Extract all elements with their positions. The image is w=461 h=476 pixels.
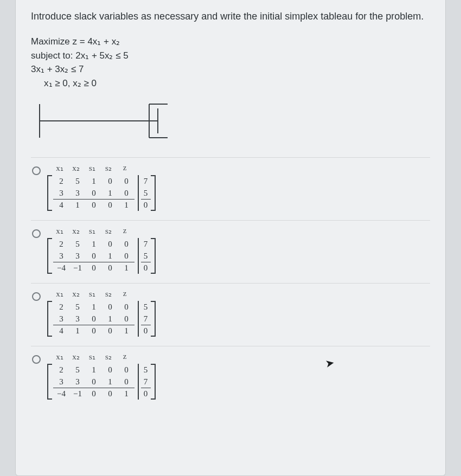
column-header: s₁ xyxy=(84,163,100,173)
matrix-cell: 0 xyxy=(102,303,118,312)
matrix-cell: 2 xyxy=(53,303,69,312)
rhs-cell: 0 xyxy=(141,262,151,274)
rhs-cell: 5 xyxy=(141,187,151,199)
matrix-cell: 1 xyxy=(102,314,118,324)
matrix-cell: 2 xyxy=(53,240,69,249)
rhs-cell: 7 xyxy=(141,238,151,250)
column-header: s₁ xyxy=(84,226,100,236)
answer-option[interactable]: x₁x₂s₁s₂z251003301041001570 xyxy=(31,283,430,346)
matrix-row: 25100 xyxy=(53,364,135,376)
subject-to-line: subject to: 2x₁ + 5x₂ ≤ 5 xyxy=(31,49,430,63)
matrix-cell: 5 xyxy=(69,365,86,375)
matrix-cell: 0 xyxy=(102,326,118,336)
column-header: s₂ xyxy=(100,289,117,299)
answer-option[interactable]: x₁x₂s₁s₂z251003301041001750 xyxy=(31,157,430,220)
matrix-cell: 1 xyxy=(69,201,86,210)
augment-separator xyxy=(138,364,139,400)
matrix-cell: 1 xyxy=(118,389,135,398)
matrix-cell: 0 xyxy=(118,177,135,186)
radio-button[interactable] xyxy=(32,166,41,175)
tableau-matrix: x₁x₂s₁s₂z251003301041001750 xyxy=(47,163,156,214)
column-header: z xyxy=(117,289,133,299)
radio-button[interactable] xyxy=(32,229,41,238)
matrix-row: 25100 xyxy=(53,301,135,313)
augment-separator xyxy=(138,175,139,211)
right-bracket-icon xyxy=(151,175,156,211)
matrix-rows: 251003301041001 xyxy=(53,175,135,211)
column-header: z xyxy=(117,163,133,173)
maximize-line: Maximize z = 4x₁ + x₂ xyxy=(31,35,430,49)
augment-separator xyxy=(138,301,139,337)
matrix-cell: 1 xyxy=(86,365,102,375)
matrix-cell: 3 xyxy=(53,314,69,324)
left-bracket-icon xyxy=(47,175,52,211)
matrix-cell: 0 xyxy=(102,263,118,273)
matrix-row: 33010 xyxy=(53,250,135,262)
question-card: Introduce slack variables as necessary a… xyxy=(15,0,446,476)
matrix-rows: 2510033010−4−1001 xyxy=(53,238,135,274)
rhs-cell: 7 xyxy=(141,376,151,388)
matrix-cell: 5 xyxy=(69,240,86,249)
column-header: s₁ xyxy=(84,289,100,299)
matrix-cell: 0 xyxy=(118,240,135,249)
matrix-column-headers: x₁x₂s₁s₂z xyxy=(47,352,156,362)
matrix-row: 33010 xyxy=(53,376,135,388)
column-header: x₁ xyxy=(52,289,68,299)
problem-formulation: Maximize z = 4x₁ + x₂ subject to: 2x₁ + … xyxy=(31,35,430,90)
rhs-cell: 5 xyxy=(141,301,151,313)
matrix-cell: 1 xyxy=(118,201,135,210)
matrix-column-headers: x₁x₂s₁s₂z xyxy=(47,289,156,299)
matrix-cell: 3 xyxy=(69,377,86,387)
tableau-matrix: x₁x₂s₁s₂z2510033010−4−1001570 xyxy=(47,352,156,402)
matrix-row: −4−1001 xyxy=(53,388,135,400)
column-header: x₂ xyxy=(68,163,84,173)
radio-button[interactable] xyxy=(32,355,41,364)
matrix-cell: −1 xyxy=(69,263,86,273)
matrix-cell: −4 xyxy=(53,263,69,273)
matrix-row: 41001 xyxy=(53,199,135,211)
matrix-cell: 1 xyxy=(69,326,86,336)
rhs-cell: 0 xyxy=(141,388,151,400)
matrix-cell: 1 xyxy=(102,252,118,261)
matrix-cell: 0 xyxy=(86,189,102,198)
matrix-column-headers: x₁x₂s₁s₂z xyxy=(47,226,156,236)
matrix-cell: 0 xyxy=(118,252,135,261)
matrix-cell: 0 xyxy=(118,365,135,375)
radio-button[interactable] xyxy=(32,292,41,301)
matrix-cell: 1 xyxy=(86,240,102,249)
matrix-rows: 251003301041001 xyxy=(53,301,135,337)
rhs-column: 570 xyxy=(141,364,151,400)
rhs-cell: 7 xyxy=(141,175,151,187)
matrix-body: 251003301041001570 xyxy=(47,301,156,337)
rhs-cell: 7 xyxy=(141,313,151,325)
rhs-column: 570 xyxy=(141,301,151,337)
matrix-cell: 0 xyxy=(86,389,102,398)
right-bracket-icon xyxy=(151,364,156,400)
matrix-column-headers: x₁x₂s₁s₂z xyxy=(47,163,156,173)
matrix-rows: 2510033010−4−1001 xyxy=(53,364,135,400)
matrix-cell: 0 xyxy=(118,377,135,387)
nonnegativity-line: x₁ ≥ 0, x₂ ≥ 0 xyxy=(31,76,430,91)
answer-option[interactable]: x₁x₂s₁s₂z2510033010−4−1001750 xyxy=(31,220,430,283)
rhs-cell: 0 xyxy=(141,199,151,211)
matrix-body: 2510033010−4−1001750 xyxy=(47,238,156,274)
column-header: x₁ xyxy=(52,352,68,362)
column-header: s₂ xyxy=(100,226,117,236)
question-prompt: Introduce slack variables as necessary a… xyxy=(31,10,430,23)
matrix-cell: 3 xyxy=(53,189,69,198)
column-header: z xyxy=(117,226,133,236)
matrix-cell: 1 xyxy=(118,263,135,273)
matrix-cell: 1 xyxy=(86,177,102,186)
matrix-cell: −1 xyxy=(69,389,86,398)
matrix-cell: 3 xyxy=(69,189,86,198)
matrix-cell: −4 xyxy=(53,389,69,398)
augment-separator xyxy=(138,238,139,274)
matrix-row: −4−1001 xyxy=(53,262,135,274)
matrix-cell: 0 xyxy=(102,177,118,186)
answer-option[interactable]: x₁x₂s₁s₂z2510033010−4−1001570 xyxy=(31,346,430,409)
matrix-cell: 0 xyxy=(86,314,102,324)
matrix-row: 25100 xyxy=(53,175,135,187)
matrix-cell: 0 xyxy=(102,365,118,375)
matrix-row: 41001 xyxy=(53,325,135,337)
column-header: x₂ xyxy=(68,226,84,236)
